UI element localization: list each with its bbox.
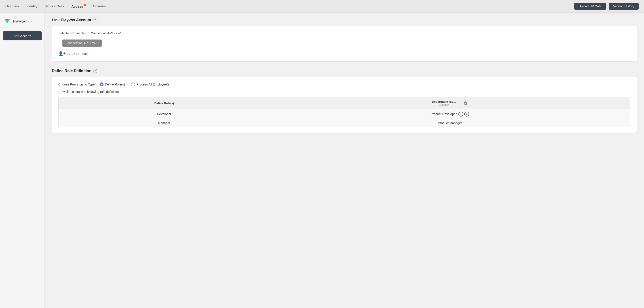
sidebar-brand: Playvox i [4, 18, 32, 25]
row-0-actions: − + [458, 112, 469, 117]
nav-items: Overview Identity Service Desk Access Ob… [5, 3, 106, 9]
table-row: Developer Product Developer − + [58, 109, 630, 119]
add-access-button[interactable]: Add Access [3, 31, 42, 40]
radio-process-all-employees[interactable]: Process All Employee(s) [131, 82, 170, 86]
provisioning-type-row: Choose Provisioning Type* Define Role(s)… [58, 82, 630, 86]
brand-info-icon[interactable]: i [28, 20, 32, 23]
define-role-section: Define Role Definition ? Choose Provisio… [52, 69, 637, 133]
selected-connection-row: Selected Connection : Connection-API Key… [58, 31, 630, 35]
main-content: Link Playvox Account ? Selected Connecti… [45, 12, 644, 308]
radio-process-all-circle[interactable] [131, 82, 135, 86]
top-nav: Overview Identity Service Desk Access Ob… [0, 0, 644, 12]
connection-pill[interactable]: Connection-API Key-1 [62, 39, 102, 47]
sidebar-header: Playvox i ⋮ [3, 16, 42, 27]
table-row: Manager Product Manager [58, 119, 630, 127]
row-0-minus-icon[interactable]: − [458, 112, 463, 117]
link-playvox-title: Link Playvox Account ? [52, 18, 637, 22]
nav-item-observe[interactable]: Observe [93, 3, 106, 9]
layout: Playvox i ⋮ Add Access Link Playvox Acco… [0, 12, 644, 308]
role-table: Define Role(s) Department (de… Contains … [58, 97, 630, 127]
radio-define-roles-label: Define Role(s) [105, 83, 125, 86]
dept-header-sub: Contains [439, 103, 449, 107]
brand-name: Playvox [13, 19, 26, 23]
dept-header-content: Department (de… Contains ⋮ 🗑 [273, 100, 626, 107]
col-define-roles-header: Define Role(s) [58, 97, 270, 109]
provisioning-label: Choose Provisioning Type* [58, 83, 96, 86]
upload-hr-data-button[interactable]: Upload HR Data [574, 3, 606, 10]
role-table-wrapper: Define Role(s) Department (de… Contains … [58, 97, 630, 127]
dept-cell-manager: Product Manager [270, 119, 630, 127]
row-0-plus-icon[interactable]: + [464, 112, 469, 117]
link-playvox-help-icon[interactable]: ? [93, 18, 97, 22]
version-history-button[interactable]: Version History [609, 3, 639, 10]
col-department-header: Department (de… Contains ⋮ 🗑 [270, 97, 630, 109]
selected-connection-value: Connection-API Key-1 [91, 31, 122, 35]
add-connection-row[interactable]: 👤+ Add Connection [58, 51, 630, 56]
add-connection-icon: 👤+ [58, 51, 66, 56]
nav-item-access[interactable]: Access [71, 3, 86, 9]
selected-connection-label: Selected Connection : [58, 31, 89, 35]
dept-header-text: Department (de… Contains [432, 100, 456, 107]
radio-define-roles[interactable]: Define Role(s) [100, 82, 125, 86]
link-playvox-card: Selected Connection : Connection-API Key… [52, 26, 637, 62]
table-header-row: Define Role(s) Department (de… Contains … [58, 97, 630, 109]
nav-item-identity[interactable]: Identity [26, 3, 37, 9]
dept-delete-icon[interactable]: 🗑 [464, 101, 468, 106]
define-role-help-icon[interactable]: ? [93, 69, 97, 73]
nav-item-overview[interactable]: Overview [5, 3, 20, 9]
add-connection-text: Add Connection [68, 52, 92, 56]
sidebar-more-icon[interactable]: ⋮ [37, 19, 41, 24]
radio-define-roles-circle[interactable] [100, 82, 104, 86]
define-role-title: Define Role Definition ? [52, 69, 637, 73]
define-role-card: Choose Provisioning Type* Define Role(s)… [52, 77, 637, 133]
radio-process-all-label: Process All Employee(s) [136, 83, 170, 86]
role-cell-developer: Developer [58, 109, 270, 119]
access-badge [84, 4, 86, 6]
playvox-logo [4, 18, 11, 25]
chevron-right-icon: › [58, 41, 60, 45]
connection-row: › Connection-API Key-1 [58, 39, 630, 47]
nav-item-service-desk[interactable]: Service Desk [44, 3, 64, 9]
link-playvox-section: Link Playvox Account ? Selected Connecti… [52, 18, 637, 62]
role-cell-manager: Manager [58, 119, 270, 127]
provision-subtitle: Provision users with following rule defi… [58, 90, 630, 94]
nav-buttons: Upload HR Data Version History [574, 3, 639, 10]
dept-more-icon[interactable]: ⋮ [458, 101, 462, 106]
sidebar: Playvox i ⋮ Add Access [0, 12, 45, 308]
role-table-body: Developer Product Developer − + [58, 109, 630, 127]
dept-cell-developer: Product Developer − + [270, 109, 630, 119]
